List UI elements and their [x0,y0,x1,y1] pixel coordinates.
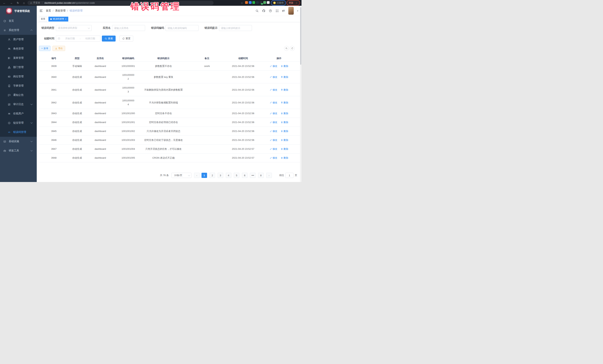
key-extension-icon[interactable] [263,1,266,4]
delete-button[interactable]: 删除 [281,64,288,68]
sidebar-item[interactable]: 部门管理 [0,63,37,72]
cell-hint: 只有开启状态的任务，才可以修改 [141,144,186,153]
delete-button[interactable]: 删除 [281,88,288,92]
fullscreen-icon[interactable] [276,9,279,12]
hamburger-icon[interactable] [40,10,43,12]
page-button[interactable]: 3 [218,173,223,178]
error-type-select[interactable]: 请选择错误码类型 [56,25,92,31]
add-button[interactable]: + 新增 [39,46,50,51]
cell-app: dashboard [85,98,115,107]
avatar[interactable] [288,7,294,15]
url-bar[interactable]: ⚠ 不安全 dashboard.yudao.iocoder.cn /system… [27,1,214,5]
edit-button[interactable]: 修改 [270,129,277,133]
trash-icon [281,157,283,159]
sidebar-item[interactable]: 短信管理 [0,118,37,128]
page-button[interactable]: ••• [250,173,255,178]
app-logo[interactable]: 芋道管理系统 [0,6,37,16]
delete-button[interactable]: 删除 [281,129,288,133]
github-icon[interactable] [262,9,265,12]
page-size-select[interactable]: 10条/页 [172,173,191,178]
security-status[interactable]: ⚠ 不安全 [30,1,40,4]
reload-icon[interactable]: ↻ [17,1,19,4]
edit-button[interactable]: 修改 [270,147,277,151]
page-button[interactable]: 4 [226,173,231,178]
next-page-button[interactable]: › [266,173,272,178]
delete-button[interactable]: 删除 [281,156,288,160]
green-circle-extension-icon[interactable] [252,1,255,4]
sidebar-item[interactable]: 字典管理 [0,81,37,90]
font-size-icon[interactable]: tT [282,9,285,12]
page-button[interactable]: 1 [201,173,207,178]
page-button[interactable]: 2 [209,173,215,178]
delete-button[interactable]: 删除 [281,111,288,115]
delete-button[interactable]: 删除 [281,75,288,79]
help-icon[interactable] [269,9,272,12]
close-icon[interactable]: × [65,18,66,20]
page-button[interactable]: 8 [258,173,264,178]
breadcrumb-home[interactable]: 首页 [46,9,51,12]
edit-button[interactable]: 修改 [270,111,277,115]
search-button[interactable]: 搜索 [102,36,116,42]
orange-extension-icon[interactable] [245,1,248,4]
sidebar-item[interactable]: 系统管理 [0,26,37,35]
page-button[interactable]: 5 [234,173,239,178]
tab-error-code[interactable]: 错误码管理 × [48,17,68,22]
switch-extension-icon[interactable]: on [260,1,262,4]
profile-paused-chip[interactable]: 已暂停 [272,1,285,5]
export-button[interactable]: 导出 [53,46,65,51]
search-icon[interactable] [255,9,259,12]
users-icon [8,47,11,50]
prev-page-button[interactable]: ‹ [194,173,200,178]
cell-hint: 只允许修改为开启或者关闭状态 [141,127,186,135]
edit-button[interactable]: 修改 [270,64,277,68]
home-icon[interactable]: ⌂ [23,1,25,4]
sidebar-item[interactable]: 岗位管理 [0,72,37,81]
bookmark-star-icon[interactable]: ☆ [241,1,243,4]
caret-down-icon[interactable]: ▾ [297,10,298,12]
update-chip[interactable]: 更新 ⋮ [287,1,299,5]
scrollbar-track[interactable] [300,6,302,182]
sidebar-item[interactable]: 首页 [0,16,37,26]
edit-button[interactable]: 修改 [270,120,277,124]
blue-gem-extension-icon[interactable] [249,1,252,4]
delete-button[interactable]: 删除 [281,101,288,105]
back-icon[interactable]: ← [3,1,6,4]
sidebar-item[interactable]: 在线用户 [0,109,37,118]
sidebar-item[interactable]: 基础设施 [0,137,37,146]
edit-button[interactable]: 修改 [270,88,277,92]
forward-icon[interactable]: → [10,1,13,4]
sidebar-item[interactable]: 菜单管理 [0,53,37,63]
cell-id: 3941 [39,86,69,94]
sidebar-item[interactable]: 研发工具 [0,146,37,155]
edit-button[interactable]: 修改 [270,138,277,142]
scrollbar-thumb[interactable] [300,7,301,65]
sidebar-item[interactable]: 角色管理 [0,44,37,53]
date-range-picker[interactable]: 开始日期 - 结束日期 [56,36,100,42]
kebab-menu-icon[interactable]: ⋮ [295,1,298,4]
cell-hint: 定时任务不存在 [141,109,186,118]
extension-icons: on [245,1,270,5]
goto-page-input[interactable] [285,173,293,178]
chevron-down-icon [188,174,190,176]
breadcrumb-system[interactable]: 系统管理 [55,9,66,12]
reset-button[interactable]: 重置 [119,36,133,42]
puzzle-extension-icon[interactable] [267,1,270,4]
delete-button[interactable]: 删除 [281,120,288,124]
tab-home[interactable]: 首页 × [39,17,47,22]
sidebar-item[interactable]: 错误码管理 [0,128,37,137]
error-code-input[interactable] [165,25,198,31]
sidebar-item[interactable]: 审计日志 [0,100,37,109]
app-name-input[interactable] [112,25,145,31]
sidebar-item[interactable]: 通知公告 [0,90,37,100]
delete-button[interactable]: 删除 [281,138,288,142]
delete-button[interactable]: 删除 [281,147,288,151]
error-hint-input[interactable] [219,25,252,31]
edit-button[interactable]: 修改 [270,156,277,160]
hide-search-button[interactable] [284,46,289,51]
edit-button[interactable]: 修改 [270,101,277,105]
edit-button[interactable]: 修改 [270,75,277,79]
grid-extension-icon[interactable] [256,1,259,4]
page-button[interactable]: 6 [242,173,247,178]
refresh-table-button[interactable] [290,46,295,51]
sidebar-item[interactable]: 用户管理 [0,35,37,44]
